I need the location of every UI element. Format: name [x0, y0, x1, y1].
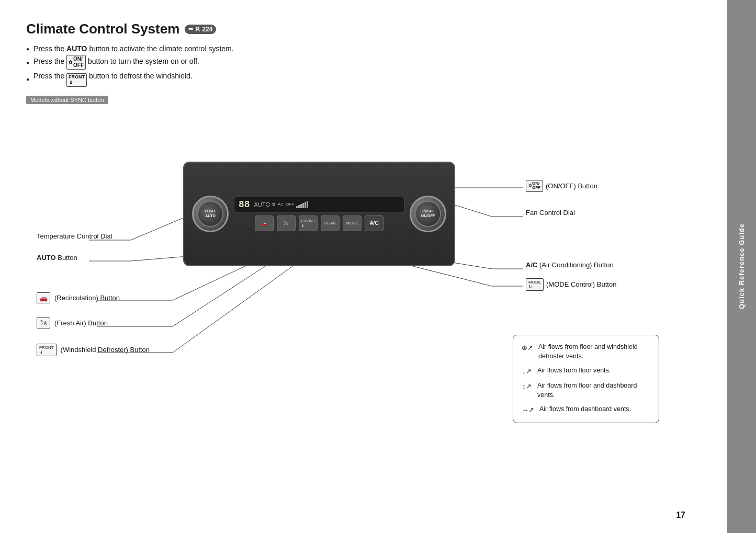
models-badge: Models without SYNC button: [26, 96, 108, 104]
climate-panel: PUSH·AUTO 88 AUTO ✿ AC OFF: [183, 162, 455, 266]
recirculation-label: 🚗 (Recirculation) Button: [37, 292, 120, 303]
info-item-2: ↓↗ Air flows from floor vents.: [522, 366, 650, 376]
bullet-list: Press the AUTO button to activate the cl…: [26, 44, 701, 87]
page-ref-number: P. 224: [195, 26, 212, 33]
svg-line-16: [173, 258, 303, 353]
info-icon-3: ↕↗: [522, 382, 532, 391]
temperature-dial[interactable]: PUSH·AUTO: [192, 196, 229, 232]
front-inline-btn: FRONT🌡: [66, 73, 87, 87]
recirculation-btn[interactable]: 🚗: [255, 216, 274, 231]
rear-defroster-btn[interactable]: REAR: [321, 216, 340, 231]
fan-bars: [296, 201, 308, 208]
sidebar: Quick Reference Guide: [727, 0, 756, 533]
info-icon-4: →↗: [522, 405, 534, 415]
display-panel: 88 AUTO ✿ AC OFF: [234, 197, 404, 212]
fan-control-label: Fan Control Dial: [526, 209, 575, 217]
on-off-label: ✿ON/OFF (ON/OFF) Button: [526, 180, 597, 192]
info-icon-1: ⊛↗: [522, 343, 533, 353]
page-ref-badge: ⇒ P. 224: [185, 25, 216, 34]
info-item-4: →↗ Air flows from dashboard vents.: [522, 405, 650, 415]
page-number: 17: [676, 511, 685, 520]
svg-line-2: [450, 203, 492, 217]
fan-control-dial[interactable]: PUSH·ON/OFF: [410, 196, 446, 232]
mode-btn[interactable]: MODE: [343, 216, 362, 231]
svg-line-14: [173, 258, 277, 326]
on-off-inline-btn: ✿ON/OFF: [66, 55, 86, 70]
info-item-3: ↕↗ Air flows from floor and dashboard ve…: [522, 381, 650, 400]
bullet-item-3: Press the FRONT🌡 button to defrost the w…: [26, 72, 701, 87]
info-icon-2: ↓↗: [522, 367, 532, 376]
fresh-air-btn[interactable]: 🌬: [277, 216, 296, 231]
diagram-area: PUSH·AUTO 88 AUTO ✿ AC OFF: [26, 120, 701, 486]
windshield-defroster-label: FRONT🌡 (Windshield Defroster) Button: [37, 344, 150, 356]
auto-button-label: AUTO Button: [37, 254, 77, 262]
mode-label: MODE↻ (MODE Control) Button: [526, 278, 616, 291]
front-defroster-btn[interactable]: FRONT🌡: [299, 216, 318, 231]
bullet-item-1: Press the AUTO button to activate the cl…: [26, 44, 701, 53]
button-row: 🚗 🌬 FRONT🌡 REAR MODE A/C: [234, 216, 404, 231]
page-title: Climate Control System ⇒ P. 224: [26, 21, 701, 37]
bullet-item-2: Press the ✿ON/OFF button to turn the sys…: [26, 55, 701, 70]
ac-btn[interactable]: A/C: [365, 216, 383, 231]
ac-label: A/C (Air Conditioning) Button: [526, 261, 614, 269]
title-text: Climate Control System: [26, 21, 179, 37]
temp-dial-label: Temperature Control Dial: [37, 232, 112, 240]
center-controls: 88 AUTO ✿ AC OFF: [234, 197, 404, 231]
info-box: ⊛↗ Air flows from floor and windshield d…: [513, 335, 659, 423]
fresh-air-label: 🌬 (Fresh Air) Button: [37, 317, 108, 328]
sidebar-label: Quick Reference Guide: [738, 223, 746, 309]
info-item-1: ⊛↗ Air flows from floor and windshield d…: [522, 343, 650, 361]
